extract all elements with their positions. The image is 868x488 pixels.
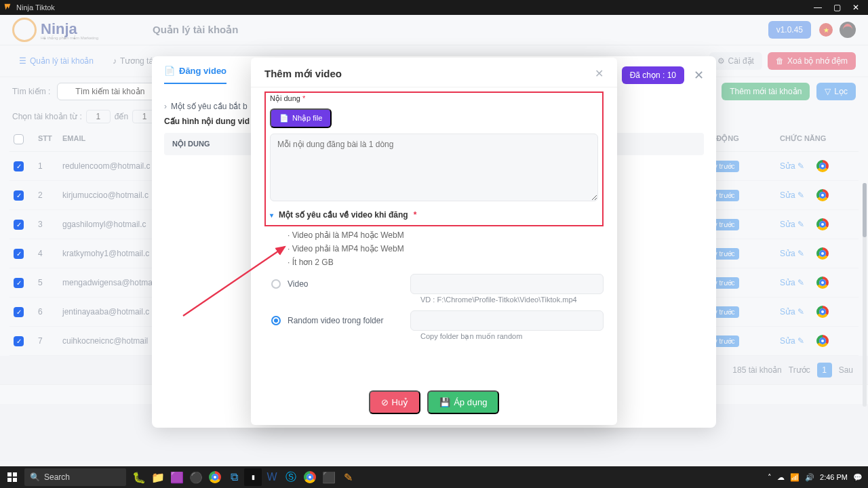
add-video-modal: Thêm mới video ✕ Nội dung * 📄 Nhập file … xyxy=(251,58,617,425)
taskbar-app-icon[interactable]: 🟪 xyxy=(168,468,186,486)
pager-prev[interactable]: Trước xyxy=(789,365,810,375)
taskbar-app-icon[interactable]: 🐛 xyxy=(130,468,148,486)
folder-path-input[interactable] xyxy=(410,310,604,331)
apply-button[interactable]: 💾 Áp dụng xyxy=(427,390,499,414)
chevron-down-icon: ▾ xyxy=(270,211,273,219)
tray-chevron-icon[interactable]: ˄ xyxy=(768,473,772,482)
version-button[interactable]: v1.0.45 xyxy=(768,21,811,39)
pager-next[interactable]: Sau xyxy=(839,365,853,375)
radio-video[interactable] xyxy=(271,279,281,289)
logo-subtext: Hệ thống phần mềm Marketing xyxy=(41,35,98,40)
edit-link[interactable]: Sửa ✎ xyxy=(780,278,804,287)
taskbar-chrome-icon[interactable] xyxy=(301,468,319,486)
save-icon: 💾 xyxy=(439,397,450,407)
import-file-button[interactable]: 📄 Nhập file xyxy=(270,108,332,128)
window-minimize[interactable]: — xyxy=(808,3,827,12)
row-checkbox[interactable] xyxy=(14,220,24,230)
cell-stt: 3 xyxy=(38,220,62,229)
taskbar-word-icon[interactable]: W xyxy=(263,468,281,486)
taskbar-app-icon[interactable]: ✎ xyxy=(339,468,357,486)
tab-accounts[interactable]: ☰ Quản lý tài khoản xyxy=(12,52,100,70)
edit-link[interactable]: Sửa ✎ xyxy=(780,336,804,346)
tray-volume-icon[interactable]: 🔊 xyxy=(805,473,814,482)
edit-link[interactable]: Sửa ✎ xyxy=(780,161,804,171)
page-title: Quản lý tài khoản xyxy=(153,24,238,36)
row-checkbox[interactable] xyxy=(14,336,24,346)
svg-rect-3 xyxy=(7,478,12,482)
gear-icon: ⚙ xyxy=(717,56,725,66)
chrome-icon[interactable] xyxy=(816,306,829,318)
window-title: Ninja Tiktok xyxy=(16,3,55,12)
taskbar-explorer-icon[interactable]: 📁 xyxy=(149,468,167,486)
edit-link[interactable]: Sửa ✎ xyxy=(780,307,804,317)
tray-wifi-icon[interactable]: 📶 xyxy=(790,473,800,482)
content-label: Nội dung xyxy=(270,94,300,102)
radio-random-folder[interactable] xyxy=(271,316,281,325)
video-path-input[interactable] xyxy=(410,274,604,294)
taskbar-app-icon[interactable]: ⬛ xyxy=(320,468,338,486)
cancel-icon: ⊘ xyxy=(381,397,389,407)
row-checkbox[interactable] xyxy=(14,161,24,171)
tray-notifications-icon[interactable]: 💬 xyxy=(853,473,863,482)
clear-cache-button[interactable]: 🗑 Xoá bộ nhớ đệm xyxy=(768,52,856,70)
window-close[interactable]: ✕ xyxy=(846,3,865,12)
th-stt: STT xyxy=(38,134,62,144)
taskbar-search[interactable]: 🔍 Search xyxy=(24,468,126,486)
requirements-list: · Video phải là MP4 hoặc WebM · Video ph… xyxy=(288,230,604,267)
chrome-icon[interactable] xyxy=(816,218,829,230)
: 🔍 Search 🐛 📁 🟪 ⚫ ⧉ ▮ W Ⓢ ⬛ ✎ ˄ ☁ 📶 🔊 2:4… xyxy=(0,466,868,488)
taskbar-app-icon[interactable]: ⚫ xyxy=(187,468,205,486)
avatar-icon[interactable] xyxy=(840,22,856,38)
flag-vn-icon[interactable] xyxy=(819,23,833,37)
row-checkbox[interactable] xyxy=(14,190,24,201)
tray-cloud-icon[interactable]: ☁ xyxy=(777,473,785,482)
taskbar-chrome-icon[interactable] xyxy=(206,468,224,486)
file-icon: 📄 xyxy=(164,66,175,76)
cancel-button[interactable]: ⊘ Huỷ xyxy=(369,390,421,414)
requirements-collapse[interactable]: ▾ Một số yêu cầu về video khi đăng * xyxy=(270,210,598,220)
range-to-label: đến xyxy=(115,112,128,121)
bullet-item: · Video phải là MP4 hoặc WebM xyxy=(288,244,604,253)
chrome-icon[interactable] xyxy=(816,189,829,201)
vertical-scrollbar[interactable] xyxy=(863,183,867,407)
panel-close-button[interactable]: ✕ xyxy=(694,68,704,83)
system-tray[interactable]: ˄ ☁ 📶 🔊 2:46 PM 💬 xyxy=(768,473,867,482)
svg-rect-1 xyxy=(7,472,12,476)
start-button[interactable] xyxy=(1,466,23,488)
edit-link[interactable]: Sửa ✎ xyxy=(780,190,804,200)
highlight-annotation-box: Nội dung * 📄 Nhập file ▾ Một số yêu cầu … xyxy=(264,92,604,226)
edit-link[interactable]: Sửa ✎ xyxy=(780,249,804,258)
selected-count-button[interactable]: Đã chọn : 10 xyxy=(622,66,684,84)
cell-stt: 2 xyxy=(38,190,62,200)
row-checkbox[interactable] xyxy=(14,278,24,288)
panel-tab-post-video[interactable]: 📄 Đăng video xyxy=(164,66,226,84)
settings-button[interactable]: ⚙ Cài đặt xyxy=(709,52,762,70)
range-from-input[interactable] xyxy=(86,110,111,123)
window-titlebar: Ninja Tiktok — ▢ ✕ xyxy=(0,0,868,15)
edit-link[interactable]: Sửa ✎ xyxy=(780,220,804,229)
row-checkbox[interactable] xyxy=(14,307,24,317)
filter-icon: ▽ xyxy=(825,87,831,96)
folder-path-hint: Copy folder bạn muốn random xyxy=(420,332,604,341)
row-checkbox[interactable] xyxy=(14,249,24,259)
file-import-icon: 📄 xyxy=(279,114,289,123)
chrome-icon[interactable] xyxy=(816,277,829,289)
tray-clock[interactable]: 2:46 PM xyxy=(820,473,848,481)
chrome-icon[interactable] xyxy=(816,160,829,172)
taskbar-skype-icon[interactable]: Ⓢ xyxy=(282,468,300,486)
th-func: CHỨC NĂNG xyxy=(780,134,854,144)
add-account-button[interactable]: Thêm mới tài khoản xyxy=(722,83,810,100)
modal-close-button[interactable]: ✕ xyxy=(595,67,604,80)
pager-page[interactable]: 1 xyxy=(817,363,832,378)
bullet-item: · Ít hơn 2 GB xyxy=(288,258,604,267)
taskbar-terminal-icon[interactable]: ▮ xyxy=(244,468,262,486)
select-all-checkbox[interactable] xyxy=(14,134,24,144)
taskbar-vscode-icon[interactable]: ⧉ xyxy=(225,468,243,486)
window-maximize[interactable]: ▢ xyxy=(827,3,846,12)
filter-button[interactable]: ▽ Lọc xyxy=(816,83,856,100)
cell-stt: 5 xyxy=(38,278,62,287)
chrome-icon[interactable] xyxy=(816,335,829,347)
app-header: Ninja Hệ thống phần mềm Marketing Quản l… xyxy=(0,15,868,45)
chrome-icon[interactable] xyxy=(816,247,829,260)
content-textarea[interactable] xyxy=(270,134,598,201)
